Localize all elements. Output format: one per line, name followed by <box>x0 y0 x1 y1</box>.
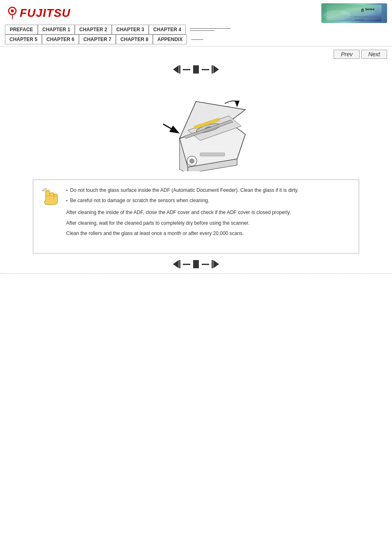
nav-line-long <box>190 28 231 29</box>
svg-point-1 <box>11 9 14 12</box>
note-text-2: Be careful not to damage or scratch the … <box>70 197 210 205</box>
prev-next-bar: Prev Next <box>0 48 392 60</box>
bottom-nav-dash-right <box>202 264 209 265</box>
bottom-separator <box>0 273 392 274</box>
svg-text:Sennmm: Sennmm <box>355 18 364 21</box>
note-extra-3: Clean the rollers and the glass at least… <box>66 230 350 237</box>
nav-chapter7[interactable]: CHAPTER 7 <box>79 35 116 44</box>
fujitsu-icon <box>5 6 20 21</box>
note-text-1: Do not touch the glass surface inside th… <box>70 187 299 194</box>
bottom-left-bar-icon <box>179 260 180 268</box>
fujitsu-logo: FUJITSU <box>5 6 71 21</box>
left-triangle-icon <box>173 65 179 74</box>
bottom-current-page-block <box>193 260 199 268</box>
header: FUJITSU fi Series <box>0 0 392 25</box>
top-page-nav <box>0 60 392 77</box>
note-content: • Do not touch the glass surface inside … <box>66 187 350 237</box>
svg-point-16 <box>190 159 194 163</box>
nav-line-tiny <box>191 39 203 40</box>
top-separator <box>0 46 392 46</box>
nav-section: PREFACE CHAPTER 1 CHAPTER 2 CHAPTER 3 CH… <box>0 25 392 44</box>
svg-text:Series: Series <box>365 7 375 11</box>
bottom-nav-dash-left <box>183 264 190 265</box>
scanner-image-area <box>8 77 384 180</box>
last-page-button[interactable] <box>210 65 220 74</box>
right-bar-icon <box>212 65 213 74</box>
nav-chapter5[interactable]: CHAPTER 5 <box>5 35 42 44</box>
note-bullet-1: • Do not touch the glass surface inside … <box>66 187 350 194</box>
nav-row-1: PREFACE CHAPTER 1 CHAPTER 2 CHAPTER 3 CH… <box>5 25 387 35</box>
note-icon <box>37 184 60 207</box>
note-extra-2: After cleaning, wait for the cleaned par… <box>66 219 350 227</box>
bottom-first-page-button[interactable] <box>172 260 182 268</box>
nav-chapter3[interactable]: CHAPTER 3 <box>112 25 149 35</box>
svg-text:fi: fi <box>361 8 364 13</box>
nav-chapter2[interactable]: CHAPTER 2 <box>75 25 112 35</box>
right-triangle-icon <box>213 65 219 74</box>
note-extra-1: After cleaning the inside of the ADF, cl… <box>66 209 350 216</box>
nav-line-short <box>190 30 214 31</box>
nav-chapter1[interactable]: CHAPTER 1 <box>38 25 75 35</box>
scanner-illustration <box>138 81 254 171</box>
nav-appendix[interactable]: APPENDIX <box>153 35 187 44</box>
fujitsu-text: FUJITSU <box>20 7 71 20</box>
bottom-left-triangle-icon <box>173 260 179 268</box>
first-page-button[interactable] <box>172 65 182 74</box>
nav-chapter4[interactable]: CHAPTER 4 <box>149 25 186 35</box>
left-bar-icon <box>179 65 180 74</box>
nav-preface[interactable]: PREFACE <box>5 25 38 35</box>
fi-series-image: fi Series Sennmm <box>323 5 385 21</box>
nav-chapter6[interactable]: CHAPTER 6 <box>42 35 79 44</box>
bottom-right-triangle-icon <box>213 260 219 268</box>
nav-row-2: CHAPTER 5 CHAPTER 6 CHAPTER 7 CHAPTER 8 … <box>5 35 387 44</box>
bottom-page-nav <box>0 253 392 272</box>
bottom-right-bar-icon <box>212 260 213 268</box>
bottom-current-page-indicator <box>191 260 201 268</box>
prev-button[interactable]: Prev <box>334 50 360 59</box>
svg-rect-17 <box>200 153 225 156</box>
main-content: • Do not touch the glass surface inside … <box>0 77 392 253</box>
bullet-dot-2: • <box>66 198 68 204</box>
note-box: • Do not touch the glass surface inside … <box>33 180 359 253</box>
note-bullet-2: • Be careful not to damage or scratch th… <box>66 197 350 205</box>
next-button[interactable]: Next <box>361 50 387 59</box>
bullet-dot-1: • <box>66 187 68 194</box>
current-page-block <box>193 65 199 74</box>
bottom-last-page-button[interactable] <box>210 260 220 268</box>
nav-chapter8[interactable]: CHAPTER 8 <box>116 35 153 44</box>
current-page-indicator <box>191 65 201 74</box>
nav-dash-left <box>183 69 190 70</box>
nav-dash-right <box>202 69 209 70</box>
fi-series-logo: fi Series Sennmm <box>321 3 387 23</box>
